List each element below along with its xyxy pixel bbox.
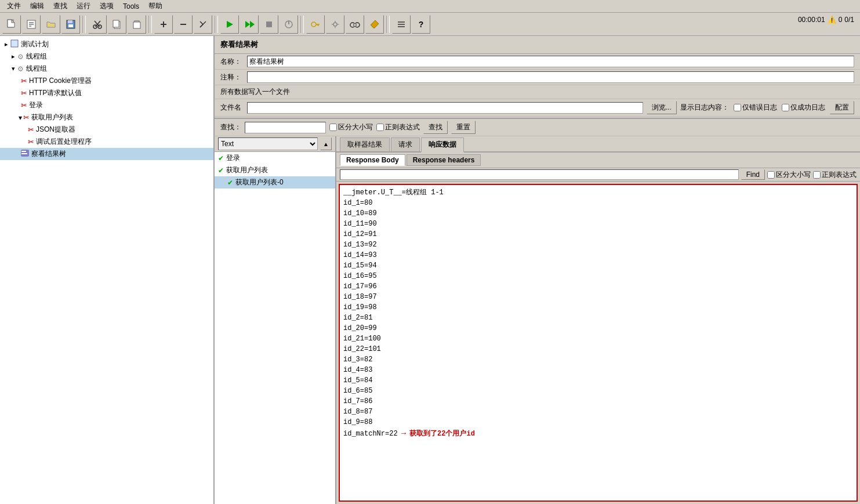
sidebar-icon-threadgroup2: ⚙ bbox=[17, 65, 24, 73]
sidebar-icon-plan bbox=[10, 39, 19, 49]
panel-title: 察看结果树 bbox=[215, 36, 860, 54]
sub-tab-response-body[interactable]: Response Body bbox=[340, 154, 405, 166]
response-line: id_17=96 bbox=[343, 281, 853, 292]
list-item-get-users-0-label: 获取用户列表-0 bbox=[235, 177, 284, 187]
sidebar-item-test-plan[interactable]: ▸ 测试计划 bbox=[0, 38, 213, 50]
log-area: Text ▲ ✔ 登录 ✔ 获取用户列表 ✔ bbox=[215, 136, 860, 504]
sidebar-item-thread-group-1[interactable]: ▸ ⚙ 线程组 bbox=[0, 50, 213, 63]
detail-search-row: Find 区分大小写 正则表达式 bbox=[336, 168, 860, 182]
only-errors-label[interactable]: 仅错误日志 bbox=[734, 103, 777, 113]
file-input[interactable] bbox=[247, 102, 643, 114]
detail-find-button[interactable]: Find bbox=[741, 169, 765, 180]
stop-button[interactable] bbox=[260, 15, 278, 34]
only-success-label[interactable]: 仅成功日志 bbox=[782, 103, 825, 113]
comment-input[interactable] bbox=[247, 71, 854, 83]
tab-bar: 取样器结果 请求 响应数据 bbox=[336, 136, 860, 153]
cut-button[interactable] bbox=[88, 15, 107, 34]
toolbar-sep-1 bbox=[82, 16, 86, 33]
expand-button[interactable] bbox=[154, 15, 173, 34]
error-count: 0 bbox=[839, 16, 843, 24]
svg-rect-19 bbox=[133, 22, 140, 28]
shutdown-button[interactable] bbox=[280, 15, 298, 34]
menu-options[interactable]: 选项 bbox=[95, 0, 118, 12]
sidebar-item-debug-post[interactable]: ✂ 调试后置处理程序 bbox=[0, 136, 213, 148]
list-item-login[interactable]: ✔ 登录 bbox=[215, 152, 335, 164]
list-button[interactable] bbox=[392, 15, 411, 34]
clear-button[interactable] bbox=[365, 15, 384, 34]
menu-find[interactable]: 查找 bbox=[49, 0, 72, 12]
sub-tab-response-headers[interactable]: Response headers bbox=[407, 154, 481, 166]
toggle-button[interactable] bbox=[194, 15, 212, 34]
response-line: id_21=100 bbox=[343, 333, 853, 344]
write-all-label: 所有数据写入一个文件 bbox=[220, 87, 290, 97]
help-button[interactable]: ? bbox=[412, 15, 430, 34]
detail-search-input[interactable] bbox=[340, 169, 739, 180]
reset-button[interactable]: 重置 bbox=[451, 121, 476, 134]
scroll-up-button[interactable]: ▲ bbox=[320, 137, 332, 150]
copy-button[interactable] bbox=[108, 15, 126, 34]
menu-file[interactable]: 文件 bbox=[2, 0, 26, 12]
sidebar-item-json-extractor[interactable]: ✂ JSON提取器 bbox=[0, 124, 213, 136]
sidebar-label-login: 登录 bbox=[29, 100, 43, 110]
only-errors-checkbox[interactable] bbox=[734, 104, 741, 111]
open-button[interactable] bbox=[42, 15, 60, 34]
collapse-button[interactable] bbox=[174, 15, 193, 34]
case-sensitive-checkbox[interactable] bbox=[329, 124, 337, 131]
response-line: id_10=89 bbox=[343, 208, 853, 219]
regex-label[interactable]: 正则表达式 bbox=[376, 122, 420, 132]
sidebar-item-http-defaults[interactable]: ✂ HTTP请求默认值 bbox=[0, 87, 213, 99]
svg-marker-24 bbox=[245, 21, 250, 28]
name-row: 名称： bbox=[215, 54, 860, 70]
svg-rect-17 bbox=[113, 20, 119, 27]
only-success-checkbox[interactable] bbox=[782, 104, 789, 111]
list-item-get-users[interactable]: ✔ 获取用户列表 bbox=[215, 164, 335, 176]
sidebar-item-view-results[interactable]: 察看结果树 bbox=[0, 148, 213, 160]
binoculars-button[interactable] bbox=[346, 15, 364, 34]
regex-checkbox[interactable] bbox=[376, 124, 384, 131]
svg-point-33 bbox=[333, 23, 337, 26]
key-button[interactable] bbox=[306, 15, 325, 34]
sidebar-item-thread-group-2[interactable]: ▾ ⚙ 线程组 bbox=[0, 63, 213, 75]
save-button[interactable] bbox=[61, 15, 80, 34]
regex-text: 正则表达式 bbox=[385, 122, 420, 132]
paste-button[interactable] bbox=[128, 15, 146, 34]
sidebar-item-login[interactable]: ✂ 登录 bbox=[0, 99, 213, 111]
response-content[interactable]: __jmeter.U_T__=线程组 1-1id_1=80id_10=89id_… bbox=[339, 184, 858, 502]
svg-rect-8 bbox=[68, 20, 72, 23]
tab-sampler-result[interactable]: 取样器结果 bbox=[340, 137, 390, 151]
config-button[interactable]: 配置 bbox=[830, 101, 854, 114]
detail-panel: 取样器结果 请求 响应数据 Response Body Response hea… bbox=[336, 136, 860, 504]
new-button[interactable] bbox=[2, 15, 21, 34]
list-item-get-users-0[interactable]: ✔ 获取用户列表-0 bbox=[215, 176, 335, 188]
templates-button[interactable] bbox=[22, 15, 41, 34]
search-input[interactable] bbox=[245, 122, 326, 133]
detail-regex-checkbox[interactable] bbox=[813, 171, 821, 179]
detail-case-checkbox[interactable] bbox=[767, 171, 775, 179]
case-sensitive-text: 区分大小写 bbox=[338, 122, 373, 132]
tab-request[interactable]: 请求 bbox=[391, 137, 420, 151]
log-options: 显示日志内容： 仅错误日志 仅成功日志 配置 bbox=[680, 101, 854, 114]
response-line: id_7=86 bbox=[343, 396, 853, 407]
menu-tools[interactable]: Tools bbox=[118, 1, 144, 12]
detail-case-text: 区分大小写 bbox=[776, 170, 811, 180]
name-input[interactable] bbox=[247, 56, 854, 67]
text-selector[interactable]: Text bbox=[218, 137, 318, 150]
detail-case-label[interactable]: 区分大小写 bbox=[767, 170, 811, 180]
menu-run[interactable]: 运行 bbox=[72, 0, 95, 12]
menu-edit[interactable]: 编辑 bbox=[26, 0, 49, 12]
case-sensitive-label[interactable]: 区分大小写 bbox=[329, 122, 373, 132]
sidebar-item-get-users[interactable]: ▾ ✂ 获取用户列表 bbox=[0, 111, 213, 124]
gear-button[interactable] bbox=[326, 15, 344, 34]
start-button[interactable] bbox=[220, 15, 239, 34]
start-no-pause-button[interactable] bbox=[240, 15, 259, 34]
tab-response-data[interactable]: 响应数据 bbox=[421, 137, 464, 153]
detail-regex-label[interactable]: 正则表达式 bbox=[813, 170, 857, 180]
right-panel: 察看结果树 名称： 注释： 所有数据写入一个文件 文件名 浏览... 显示日志内… bbox=[215, 36, 860, 504]
response-line: id_12=91 bbox=[343, 229, 853, 240]
find-button[interactable]: 查找 bbox=[423, 121, 448, 134]
menu-help[interactable]: 帮助 bbox=[144, 0, 167, 12]
sidebar-item-cookie-manager[interactable]: ✂ HTTP Cookie管理器 bbox=[0, 75, 213, 87]
browse-button[interactable]: 浏览... bbox=[647, 101, 677, 114]
log-display-label: 显示日志内容： bbox=[680, 103, 729, 113]
sidebar-label-http-defaults: HTTP请求默认值 bbox=[29, 88, 82, 98]
